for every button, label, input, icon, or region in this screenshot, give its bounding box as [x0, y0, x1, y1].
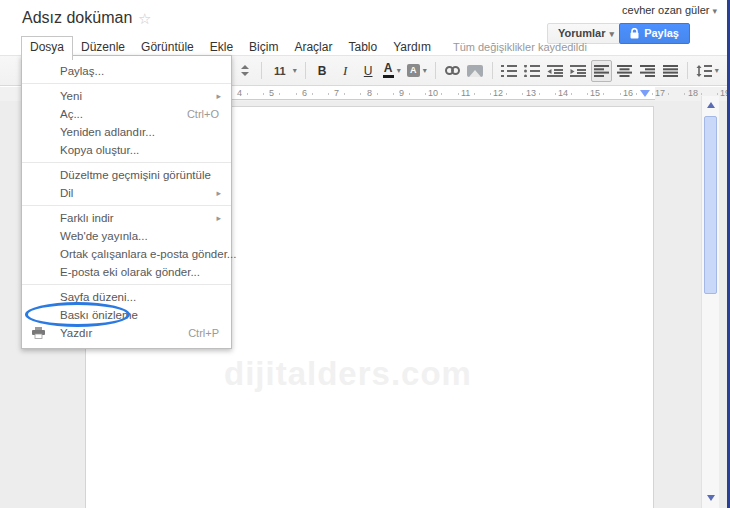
chevron-down-icon: ▾: [423, 66, 427, 75]
scroll-up-button[interactable]: [704, 98, 718, 112]
arrow-down-icon: [707, 495, 715, 501]
share-button[interactable]: Paylaş: [619, 23, 690, 44]
right-indent-marker[interactable]: [640, 90, 650, 97]
menu-yardim[interactable]: Yardım: [385, 37, 439, 58]
chevron-down-icon: ▾: [609, 29, 614, 39]
menu-item-yazdir[interactable]: Yazdır Ctrl+P: [22, 324, 231, 342]
image-icon: [467, 65, 483, 77]
account-menu[interactable]: cevher ozan güler▾: [622, 4, 717, 16]
italic-button[interactable]: I: [335, 60, 356, 82]
chevron-down-icon: ▾: [293, 66, 297, 75]
menu-item-webde-yayinla[interactable]: Web'de yayınla...: [22, 227, 231, 245]
decrease-indent-button[interactable]: [545, 60, 566, 82]
numbered-list-button[interactable]: [499, 60, 520, 82]
align-right-icon: [640, 65, 655, 77]
user-name: cevher ozan güler: [622, 4, 709, 16]
menu-item-yeniden-adlandir[interactable]: Yeniden adlandır...: [22, 123, 231, 141]
lock-icon: [630, 28, 639, 39]
align-right-button[interactable]: [637, 60, 658, 82]
bulleted-list-button[interactable]: [522, 60, 543, 82]
google-docs-window: Adsız doküman ☆ cevher ozan güler▾ Yorum…: [0, 0, 730, 508]
menu-item-eposta-eki[interactable]: E-posta eki olarak gönder...: [22, 263, 231, 281]
save-status: Tüm değişiklikler kaydedildi: [453, 41, 587, 53]
line-spacing-icon: [696, 65, 712, 77]
shortcut-label: Ctrl+P: [188, 324, 219, 342]
align-left-icon: [594, 65, 609, 77]
numbered-list-icon: [501, 65, 517, 77]
text-color-icon: A: [383, 63, 394, 78]
menu-ekle[interactable]: Ekle: [202, 37, 241, 58]
menu-item-farkli-indir[interactable]: Farklı indir ▸: [22, 209, 231, 227]
file-menu-dropdown: Paylaş... Yeni ▸ Aç... Ctrl+O Yeniden ad…: [21, 55, 232, 349]
menu-item-kopya-olustur[interactable]: Kopya oluştur...: [22, 141, 231, 159]
font-size-stepper[interactable]: [234, 60, 255, 82]
menu-item-ortak-calisanlara-eposta[interactable]: Ortak çalışanlara e-posta gönder...: [22, 245, 231, 263]
bulleted-list-icon: [524, 65, 540, 77]
increase-indent-button[interactable]: [568, 60, 589, 82]
menu-goruntule[interactable]: Görüntüle: [133, 37, 202, 58]
scrollbar-thumb[interactable]: [704, 116, 717, 294]
submenu-arrow-icon: ▸: [216, 184, 221, 202]
document-title[interactable]: Adsız doküman: [22, 9, 132, 27]
justify-button[interactable]: [660, 60, 681, 82]
underline-button[interactable]: U: [358, 60, 379, 82]
line-spacing-button[interactable]: ▾: [694, 60, 721, 82]
insert-image-button[interactable]: [465, 60, 486, 82]
vertical-scrollbar[interactable]: [701, 96, 719, 508]
text-color-button[interactable]: A▾: [381, 60, 403, 82]
stepper-icon: [241, 65, 249, 76]
submenu-arrow-icon: ▸: [216, 209, 221, 227]
chevron-down-icon: ▾: [712, 6, 717, 16]
indent-icon: [570, 65, 586, 77]
watermark: dijitalders.com: [224, 355, 472, 393]
star-icon[interactable]: ☆: [138, 10, 151, 28]
align-center-icon: [617, 65, 632, 77]
arrow-up-icon: [707, 102, 715, 108]
highlight-icon: A: [407, 64, 420, 77]
menu-item-yeni[interactable]: Yeni ▸: [22, 87, 231, 105]
align-center-button[interactable]: [614, 60, 635, 82]
highlight-color-button[interactable]: A▾: [405, 60, 429, 82]
menu-item-ac[interactable]: Aç... Ctrl+O: [22, 105, 231, 123]
menu-dosya[interactable]: Dosya: [21, 36, 73, 60]
bold-button[interactable]: B: [312, 60, 333, 82]
menu-item-paylas[interactable]: Paylaş...: [22, 62, 231, 80]
chevron-down-icon: ▾: [397, 66, 401, 75]
menu-item-sayfa-duzeni[interactable]: Sayfa düzeni...: [22, 288, 231, 306]
submenu-arrow-icon: ▸: [216, 87, 221, 105]
outdent-icon: [547, 65, 563, 77]
menu-tablo[interactable]: Tablo: [340, 37, 385, 58]
menu-bar: DosyaDüzenleGörüntüleEkleBiçimAraçlarTab…: [21, 36, 587, 56]
menu-item-dil[interactable]: Dil ▸: [22, 184, 231, 202]
menu-item-baski-onizleme[interactable]: Baskı önizleme: [22, 306, 231, 324]
menu-bicim[interactable]: Biçim: [241, 37, 286, 58]
shortcut-label: Ctrl+O: [187, 105, 219, 123]
align-left-button[interactable]: [591, 60, 612, 82]
justify-icon: [663, 65, 678, 77]
printer-icon: [32, 327, 45, 339]
menu-item-duzeltme-gecmisi[interactable]: Düzeltme geçmişini görüntüle: [22, 166, 231, 184]
menu-araclar[interactable]: Araçlar: [286, 37, 340, 58]
menu-duzenle[interactable]: Düzenle: [73, 37, 133, 58]
scroll-down-button[interactable]: [704, 491, 718, 505]
chevron-down-icon: ▾: [715, 66, 719, 75]
font-size-select[interactable]: 11▾: [268, 60, 299, 82]
insert-link-button[interactable]: [442, 60, 463, 82]
